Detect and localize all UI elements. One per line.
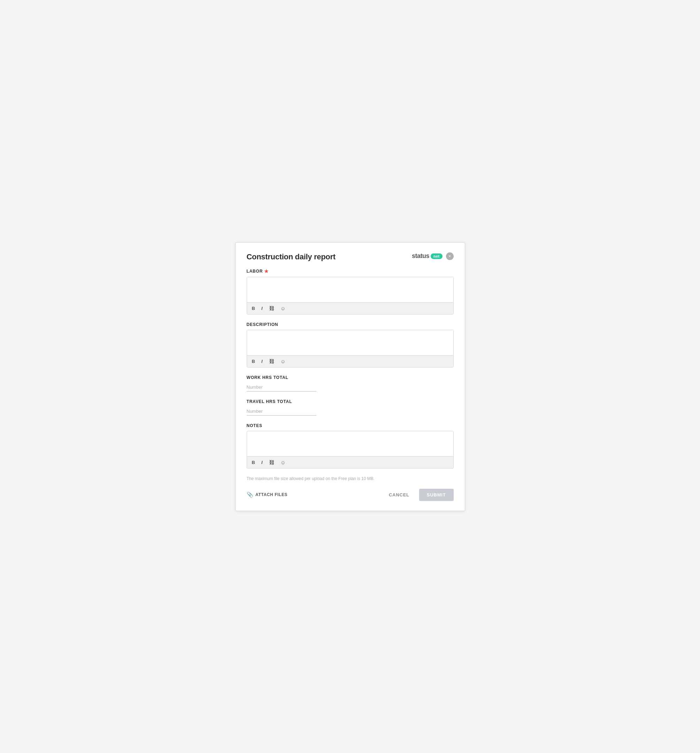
description-bold-button[interactable]: B: [251, 358, 256, 365]
notes-italic-button[interactable]: I: [260, 459, 264, 466]
notes-section: NOTES B I ⛓ ☺: [247, 423, 454, 469]
notes-emoji-button[interactable]: ☺: [279, 459, 287, 466]
work-hrs-label: WORK HRS TOTAL: [247, 375, 454, 380]
labor-link-button[interactable]: ⛓: [268, 305, 276, 312]
required-indicator: ★: [264, 269, 269, 274]
emoji-icon: ☺: [281, 305, 286, 311]
brand-badge: net: [431, 253, 442, 259]
link-icon: ⛓: [269, 358, 274, 364]
travel-hrs-input[interactable]: [247, 407, 316, 416]
description-toolbar: B I ⛓ ☺: [247, 355, 453, 367]
labor-italic-button[interactable]: I: [260, 305, 264, 312]
modal-header: Construction daily report status net ×: [247, 252, 454, 261]
file-info-text: The maximum file size allowed per upload…: [247, 476, 454, 481]
travel-hrs-input-container: [247, 407, 454, 416]
emoji-icon: ☺: [281, 358, 286, 364]
modal-dialog: Construction daily report status net × L…: [235, 242, 465, 511]
labor-label: LABOR ★: [247, 269, 454, 274]
close-button[interactable]: ×: [446, 252, 454, 260]
close-icon: ×: [449, 254, 451, 258]
notes-rich-text-container: B I ⛓ ☺: [247, 431, 454, 469]
brand-text: status: [412, 252, 429, 260]
work-hrs-input[interactable]: [247, 383, 316, 392]
attach-files-button[interactable]: 📎 ATTACH FILES: [247, 492, 288, 498]
notes-bold-button[interactable]: B: [251, 459, 256, 466]
notes-link-button[interactable]: ⛓: [268, 459, 276, 466]
travel-hrs-label: TRAVEL HRS TOTAL: [247, 399, 454, 404]
description-emoji-button[interactable]: ☺: [279, 358, 287, 365]
work-hrs-section: WORK HRS TOTAL: [247, 375, 454, 392]
labor-bold-button[interactable]: B: [251, 305, 256, 312]
notes-toolbar: B I ⛓ ☺: [247, 456, 453, 468]
notes-label: NOTES: [247, 423, 454, 428]
labor-rich-text-container: B I ⛓ ☺: [247, 277, 454, 314]
labor-section: LABOR ★ B I ⛓ ☺: [247, 269, 454, 314]
header-right: status net ×: [412, 252, 453, 260]
emoji-icon: ☺: [281, 459, 286, 466]
description-label: DESCRIPTION: [247, 322, 454, 327]
paperclip-icon: 📎: [247, 492, 254, 498]
description-input[interactable]: [247, 330, 453, 354]
labor-emoji-button[interactable]: ☺: [279, 305, 287, 312]
labor-toolbar: B I ⛓ ☺: [247, 302, 453, 314]
work-hrs-input-container: [247, 383, 454, 392]
submit-button[interactable]: SUBMIT: [419, 489, 454, 501]
labor-input[interactable]: [247, 277, 453, 301]
travel-hrs-section: TRAVEL HRS TOTAL: [247, 399, 454, 416]
description-rich-text-container: B I ⛓ ☺: [247, 330, 454, 367]
modal-footer: 📎 ATTACH FILES CANCEL SUBMIT: [247, 487, 454, 501]
brand-logo: status net: [412, 252, 442, 260]
link-icon: ⛓: [269, 305, 274, 311]
description-section: DESCRIPTION B I ⛓ ☺: [247, 322, 454, 367]
modal-title: Construction daily report: [247, 252, 335, 261]
cancel-button[interactable]: CANCEL: [385, 489, 413, 500]
footer-actions: CANCEL SUBMIT: [385, 489, 454, 501]
notes-input[interactable]: [247, 431, 453, 455]
description-italic-button[interactable]: I: [260, 358, 264, 365]
description-link-button[interactable]: ⛓: [268, 358, 276, 365]
link-icon: ⛓: [269, 459, 274, 466]
